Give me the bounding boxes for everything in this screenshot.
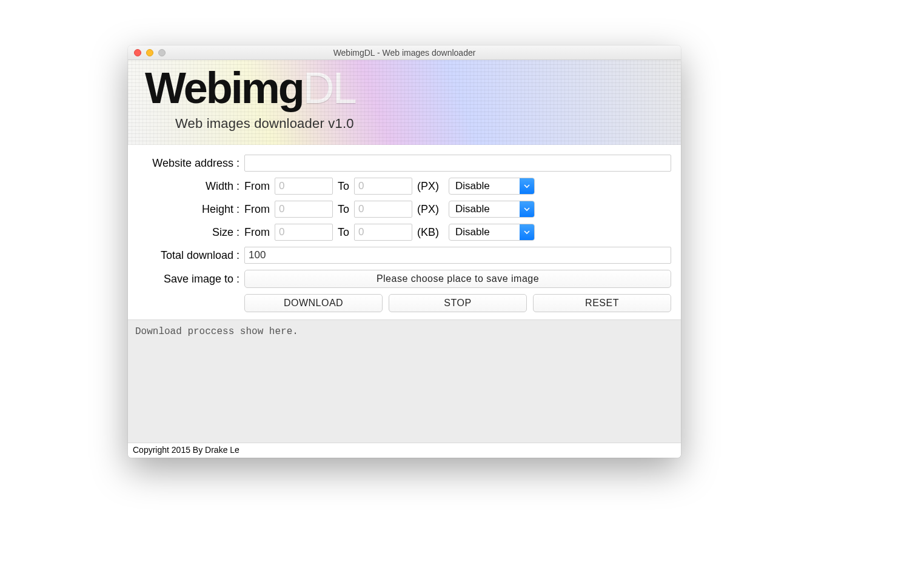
height-select[interactable]: Disable: [449, 201, 535, 218]
height-from-input[interactable]: [275, 201, 333, 218]
chevron-down-icon: [520, 178, 534, 194]
window-title: WebimgDL - Web images downloader: [128, 48, 681, 58]
chevron-down-icon: [520, 201, 534, 217]
reset-button[interactable]: RESET: [533, 294, 671, 312]
width-to-label: To: [338, 180, 349, 193]
website-input[interactable]: [244, 155, 671, 172]
total-label: Total download :: [133, 249, 244, 262]
traffic-lights: [128, 49, 166, 56]
download-button[interactable]: DOWNLOAD: [244, 294, 383, 312]
height-to-input[interactable]: [354, 201, 412, 218]
logo-main: Webimg: [145, 64, 303, 112]
chevron-down-icon: [520, 224, 534, 240]
height-from-label: From: [244, 203, 270, 216]
width-from-input[interactable]: [275, 178, 333, 195]
size-to-label: To: [338, 226, 349, 239]
logo-suffix: DL: [303, 64, 355, 112]
height-to-label: To: [338, 203, 349, 216]
size-unit: (KB): [417, 226, 444, 239]
size-to-input[interactable]: [354, 224, 412, 241]
log-output: Download proccess show here.: [128, 319, 681, 443]
app-window: WebimgDL - Web images downloader WebimgD…: [128, 45, 681, 458]
total-input[interactable]: [244, 247, 671, 264]
width-from-label: From: [244, 180, 270, 193]
size-label: Size :: [133, 226, 244, 239]
titlebar: WebimgDL - Web images downloader: [128, 45, 681, 60]
save-label: Save image to :: [133, 273, 244, 286]
form-area: Website address : Width : From To (PX) D…: [128, 145, 681, 319]
minimize-icon[interactable]: [146, 49, 153, 56]
website-label: Website address :: [133, 157, 244, 170]
size-from-label: From: [244, 226, 270, 239]
maximize-icon[interactable]: [158, 49, 166, 56]
size-select[interactable]: Disable: [449, 224, 535, 241]
height-select-value: Disable: [449, 203, 520, 215]
size-from-input[interactable]: [275, 224, 333, 241]
width-to-input[interactable]: [354, 178, 412, 195]
banner-subtitle: Web images downloader v1.0: [175, 116, 354, 132]
width-select[interactable]: Disable: [449, 178, 535, 195]
width-unit: (PX): [417, 180, 444, 193]
width-select-value: Disable: [449, 180, 520, 192]
width-label: Width :: [133, 180, 244, 193]
banner-logo: WebimgDL: [145, 66, 355, 110]
banner: WebimgDL Web images downloader v1.0: [128, 60, 681, 145]
close-icon[interactable]: [134, 49, 141, 56]
save-location-button[interactable]: Please choose place to save image: [244, 270, 671, 288]
footer-copyright: Copyright 2015 By Drake Le: [128, 443, 681, 458]
height-label: Height :: [133, 203, 244, 216]
height-unit: (PX): [417, 203, 444, 216]
size-select-value: Disable: [449, 226, 520, 238]
stop-button[interactable]: STOP: [389, 294, 527, 312]
